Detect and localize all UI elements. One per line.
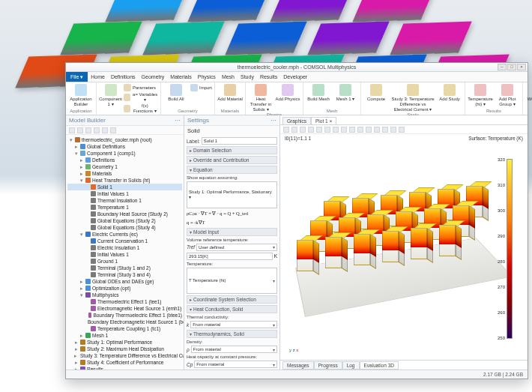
tree-node[interactable]: ▾thermoelectric_cooler.mph (root) [67, 136, 182, 143]
menu-study[interactable]: Study [238, 72, 257, 82]
section-coord[interactable]: ▸Coordinate System Selection [187, 295, 277, 304]
tree-node[interactable]: Current Conservation 1 [67, 238, 182, 244]
tree-node[interactable]: Initial Values 1 [67, 190, 182, 197]
bottom-tab-messages[interactable]: Messages [282, 361, 314, 370]
tool-icon[interactable] [283, 127, 289, 133]
tool-icon[interactable] [110, 127, 116, 133]
window-maximize-button[interactable]: □ [507, 64, 516, 70]
import-button[interactable]: Import [190, 84, 212, 91]
menu-mesh[interactable]: Mesh [219, 72, 238, 82]
section-domain[interactable]: ▸Domain Selection [187, 146, 277, 154]
tree-node[interactable]: ▸Study 3: Temperature Difference vs Elec… [67, 352, 182, 359]
bottom-tab-evaluation-3d[interactable]: Evaluation 3D [360, 361, 399, 370]
tref-mode-select[interactable]: User defined▾ [196, 244, 277, 251]
bottom-tab-progress[interactable]: Progress [314, 361, 342, 370]
menu-materials[interactable]: Materials [167, 72, 194, 82]
tree-node[interactable]: Global Equations (Study 4) [67, 224, 182, 231]
tree-node[interactable]: Boundary Thermoelectric Effect 1 (btee1) [67, 312, 182, 319]
tree-node[interactable]: ▸Global Definitions [67, 143, 182, 150]
tree-node[interactable]: Ground 1 [67, 258, 182, 265]
tool-icon[interactable] [390, 127, 396, 133]
section-heat-conduction[interactable]: ▾Heat Conduction, Solid [187, 305, 277, 313]
tool-icon[interactable] [324, 127, 330, 133]
tree-node[interactable]: ▸Global ODEs and DAEs (ge) [67, 278, 182, 285]
close-icon[interactable]: × [329, 118, 332, 124]
tree-node[interactable]: ▸Study 4: Coefficient of Performance [67, 359, 182, 366]
tree-node[interactable]: ▸Optimization (opt) [67, 285, 182, 292]
tree-node[interactable]: Electric Insulation 1 [67, 244, 182, 251]
tree-node[interactable]: ▾Electric Currents (ec) [67, 231, 182, 238]
tree-node[interactable]: Boundary Electromagnetic Heat Source 1 (… [67, 319, 182, 325]
tref-value-input[interactable]: 293.15[K] [187, 253, 273, 260]
build-all-button[interactable]: Build All [163, 84, 189, 102]
tool-icon[interactable] [341, 127, 347, 133]
add-material-button[interactable]: Add Material [217, 84, 243, 102]
tree-node[interactable]: ▾Multiphysics [67, 292, 182, 298]
tree-node[interactable]: Global Equations (Study 2) [67, 217, 182, 224]
windows-button[interactable]: Windows ▾ [525, 84, 532, 102]
tree-node[interactable]: Thermoelectric Effect 1 (tee1) [67, 298, 182, 305]
tool-icon[interactable] [382, 127, 388, 133]
tree-node[interactable]: Thermal Insulation 1 [67, 197, 182, 204]
add-study-button[interactable]: Add Study [437, 84, 462, 102]
panel-menu-icon[interactable]: ⋯ [175, 117, 181, 124]
label-input[interactable]: Solid 1 [202, 137, 277, 145]
section-equation[interactable]: ▾Equation [187, 166, 277, 174]
tool-icon[interactable] [69, 127, 75, 133]
add-physics-button[interactable]: Add Physics [275, 84, 300, 102]
tool-icon[interactable] [94, 127, 100, 133]
tool-icon[interactable] [333, 127, 339, 133]
tab-plot1[interactable]: Plot 1 × [311, 117, 336, 124]
menu-results[interactable]: Results [257, 72, 280, 82]
tool-icon[interactable] [291, 127, 297, 133]
parameters-button[interactable]: Parameters [124, 84, 158, 91]
tree-node[interactable]: Boundary Heat Source (Study 2) [67, 211, 182, 217]
tree-node[interactable]: Initial Values 1 [67, 251, 182, 258]
application-builder-button[interactable]: Application Builder [68, 84, 94, 107]
tool-icon[interactable] [77, 127, 83, 133]
tree-node[interactable]: ▸Definitions [67, 157, 182, 163]
equation-study-select[interactable]: Study 1: Optimal Performance, Stationary… [187, 181, 277, 208]
menu-definitions[interactable]: Definitions [108, 72, 139, 82]
tree-node[interactable]: ▸Materials [67, 170, 182, 177]
tree-node[interactable]: Temperature Coupling 1 (tc1) [67, 325, 182, 332]
tree-node[interactable]: ▸Mesh 1 [67, 332, 182, 339]
tab-graphics[interactable]: Graphics [282, 117, 311, 124]
temperature-select[interactable]: T Temperature (ht)▾ [187, 268, 277, 295]
tree-node[interactable]: Terminal (Study 3 and 4) [67, 271, 182, 278]
functions-button[interactable]: f(x) Functions ▾ [124, 103, 158, 114]
bottom-tab-log[interactable]: Log [342, 361, 360, 370]
panel-menu-icon[interactable]: ⋯ [270, 117, 276, 124]
tool-icon[interactable] [399, 127, 405, 133]
temperature-plot-button[interactable]: Temperature (ht) ▾ [468, 84, 493, 107]
tree-node[interactable]: Solid 1 [67, 184, 182, 190]
section-override[interactable]: ▸Override and Contribution [187, 156, 277, 164]
menu-physics[interactable]: Physics [195, 72, 219, 82]
cp-select[interactable]: From material▾ [194, 361, 277, 368]
window-close-button[interactable]: × [517, 64, 526, 70]
heat-transfer-button[interactable]: Heat Transfer in Solids ▾ [248, 84, 273, 112]
study3-button[interactable]: Study 3: Temperature Difference vs Elect… [390, 84, 435, 112]
k-select[interactable]: From material▾ [190, 321, 277, 328]
menu-home[interactable]: Home [88, 72, 108, 82]
tool-icon[interactable] [349, 127, 355, 133]
tool-icon[interactable] [300, 127, 306, 133]
component-button[interactable]: Component 1 ▾ [99, 84, 122, 107]
tree-node[interactable]: Electromagnetic Heat Source 1 (emh1) [67, 305, 182, 312]
section-model-input[interactable]: ▾Model Input [187, 228, 277, 236]
tree-node[interactable]: Terminal (Study 1 and 2) [67, 265, 182, 271]
tool-icon[interactable] [374, 127, 380, 133]
tool-icon[interactable] [316, 127, 322, 133]
compute-button[interactable]: Compute [363, 84, 389, 102]
menu-developer[interactable]: Developer [280, 72, 310, 82]
tool-icon[interactable] [85, 127, 91, 133]
tool-icon[interactable] [102, 127, 108, 133]
tree-node[interactable]: ▾Heat Transfer in Solids (ht) [67, 177, 182, 184]
add-plot-group-button[interactable]: Add Plot Group ▾ [495, 84, 520, 107]
tool-icon[interactable] [366, 127, 372, 133]
model-tree[interactable]: ▾thermoelectric_cooler.mph (root)▸Global… [66, 135, 184, 370]
tree-node[interactable]: ▾Component 1 (comp1) [67, 150, 182, 157]
tool-icon[interactable] [357, 127, 363, 133]
tool-icon[interactable] [308, 127, 314, 133]
section-thermodynamics[interactable]: ▾Thermodynamics, Solid [187, 330, 277, 338]
